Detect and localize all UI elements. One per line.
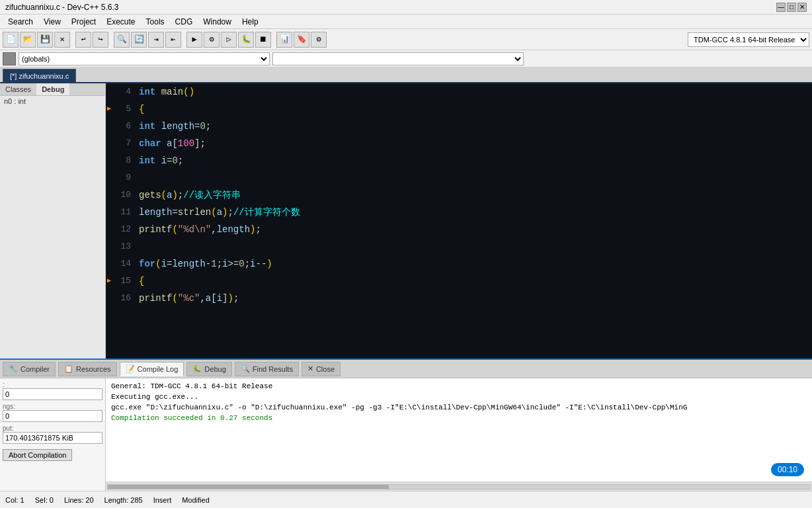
menu-execute[interactable]: Execute xyxy=(101,16,140,28)
errors-label: : xyxy=(3,381,102,388)
bookmark-btn[interactable]: 🔖 xyxy=(294,32,309,48)
stop-btn[interactable]: ⏹ xyxy=(255,32,271,48)
statusbar: Col: 1 Sel: 0 Lines: 20 Length: 285 Inse… xyxy=(0,491,812,508)
titlebar-controls: — □ ✕ xyxy=(776,3,807,12)
debug-tab-icon: 🐛 xyxy=(192,364,202,373)
compile-line-1: General: TDM-GCC 4.8.1 64-bit Release xyxy=(111,381,807,392)
compiler-select[interactable]: TDM-GCC 4.8.1 64-bit Release xyxy=(688,32,809,47)
run-btn[interactable]: ▷ xyxy=(221,32,237,48)
scrollbar[interactable] xyxy=(106,482,812,491)
replace-btn[interactable]: 🔄 xyxy=(131,32,147,48)
nav-back-button[interactable] xyxy=(3,52,16,65)
menu-search[interactable]: Search xyxy=(3,16,38,28)
sidebar-tab-debug[interactable]: Debug xyxy=(36,83,69,95)
abort-button[interactable]: Abort Compilation xyxy=(3,449,72,461)
bottom-tab-debug[interactable]: 🐛 Debug xyxy=(186,362,231,376)
col-status: Col: 1 xyxy=(5,496,24,504)
code-line-8: 8 int i=0; xyxy=(106,152,812,169)
compilelog-tab-label: Compile Log xyxy=(138,365,179,373)
unindent-btn[interactable]: ⇤ xyxy=(165,32,181,48)
open-button[interactable]: 📂 xyxy=(20,32,36,48)
line-code-15: { xyxy=(139,273,812,290)
new-button[interactable]: 📄 xyxy=(3,32,19,48)
titlebar-title: zifuchuannixu.c - Dev-C++ 5.6.3 xyxy=(5,3,776,12)
compiler-tab-icon: 🔧 xyxy=(9,364,18,373)
navigator-bar: (globals) xyxy=(0,50,812,67)
close-file-button[interactable]: ✕ xyxy=(54,32,70,48)
sidebar-tab-classes[interactable]: Classes xyxy=(0,83,36,95)
line-number-12: 12 xyxy=(106,221,139,238)
menu-view[interactable]: View xyxy=(38,16,66,28)
line-code-5: { xyxy=(139,101,812,118)
insert-status: Insert xyxy=(153,496,172,504)
menu-tools[interactable]: Tools xyxy=(141,16,170,28)
line-code-8: int i=0; xyxy=(139,152,812,169)
maximize-button[interactable]: □ xyxy=(787,3,796,12)
errors-field: : xyxy=(3,381,102,400)
code-line-16: 16 printf("%c",a[i]); xyxy=(106,290,812,307)
compile-btn[interactable]: ⚙ xyxy=(204,32,220,48)
main-area: Classes Debug n0 : int 4 int main() 5 { … xyxy=(0,83,812,359)
menu-project[interactable]: Project xyxy=(66,16,101,28)
bottom-panel: 🔧 Compiler 📋 Resources 📝 Compile Log 🐛 D… xyxy=(0,359,812,491)
scrollbar-thumb[interactable] xyxy=(108,485,389,489)
compile-run-btn[interactable]: ▶ xyxy=(186,32,202,48)
line-number-8: 8 xyxy=(106,152,139,169)
warnings-field: ngs: xyxy=(3,403,102,422)
compilelog-tab-icon: 📝 xyxy=(126,364,135,373)
code-editor[interactable]: 4 int main() 5 { 6 int length=0; 7 char … xyxy=(106,83,812,359)
scope-select[interactable]: (globals) xyxy=(19,52,270,65)
line-number-13: 13 xyxy=(106,238,139,255)
menu-cdg[interactable]: CDG xyxy=(170,16,198,28)
compile-output: General: TDM-GCC 4.8.1 64-bit Release Ex… xyxy=(106,378,812,482)
undo-button[interactable]: ↩ xyxy=(75,32,91,48)
warnings-label: ngs: xyxy=(3,403,102,410)
bottom-tab-close[interactable]: ✕ Close xyxy=(302,362,341,376)
line-number-15: 15 xyxy=(106,273,139,290)
line-code-6: int length=0; xyxy=(139,118,812,135)
close-tab-icon: ✕ xyxy=(307,364,313,373)
indent-btn[interactable]: ⇥ xyxy=(148,32,164,48)
symbol-select[interactable] xyxy=(272,52,524,65)
save-button[interactable]: 💾 xyxy=(37,32,53,48)
bottom-tab-compilelog[interactable]: 📝 Compile Log xyxy=(120,362,184,376)
code-line-6: 6 int length=0; xyxy=(106,118,812,135)
line-number-4: 4 xyxy=(106,83,139,101)
warnings-input[interactable] xyxy=(3,410,102,422)
code-line-14: 14 for(i=length-1;i>=0;i--) xyxy=(106,255,812,273)
bottom-tab-compiler[interactable]: 🔧 Compiler xyxy=(3,362,56,376)
close-button[interactable]: ✕ xyxy=(797,3,807,12)
settings-btn[interactable]: ⚙ xyxy=(311,32,327,48)
menu-help[interactable]: Help xyxy=(237,16,264,28)
output-label: put: xyxy=(3,425,102,432)
line-number-14: 14 xyxy=(106,255,139,273)
output-input[interactable] xyxy=(3,432,102,444)
redo-button[interactable]: ↪ xyxy=(93,32,108,48)
minimize-button[interactable]: — xyxy=(776,3,786,12)
search-btn[interactable]: 🔍 xyxy=(114,32,130,48)
compile-line-2: Executing gcc.exe... xyxy=(111,392,807,402)
sidebar-tabs: Classes Debug xyxy=(0,83,105,96)
bottom-tab-resources[interactable]: 📋 Resources xyxy=(58,362,117,376)
sel-status: Sel: 0 xyxy=(35,496,54,504)
code-line-9: 9 xyxy=(106,169,812,187)
resources-tab-icon: 📋 xyxy=(64,364,73,373)
length-status: Length: 285 xyxy=(104,496,143,504)
file-tab[interactable]: [*] zifuchuannixu.c xyxy=(3,69,76,82)
bottom-tab-findresults[interactable]: 🔍 Find Results xyxy=(235,362,299,376)
compile-line-4: Compilation succeeded in 0.27 seconds xyxy=(111,413,807,423)
debug-tab-label: Debug xyxy=(204,365,225,373)
modified-status: Modified xyxy=(182,496,210,504)
findresults-tab-icon: 🔍 xyxy=(241,364,250,373)
compile-line-3: gcc.exe "D:\zifuchuannixu.c" -o "D:\zifu… xyxy=(111,402,807,413)
menu-window[interactable]: Window xyxy=(198,16,237,28)
debug-btn[interactable]: 🐛 xyxy=(238,32,254,48)
scrollbar-track[interactable] xyxy=(107,484,811,489)
line-code-7: char a[100]; xyxy=(139,135,812,152)
toolbar: 📄 📂 💾 ✕ ↩ ↪ 🔍 🔄 ⇥ ⇤ ▶ ⚙ ▷ 🐛 ⏹ 📊 🔖 ⚙ TDM-… xyxy=(0,29,812,50)
profile-btn[interactable]: 📊 xyxy=(276,32,292,48)
errors-input[interactable] xyxy=(3,388,102,400)
line-number-16: 16 xyxy=(106,290,139,307)
titlebar: zifuchuannixu.c - Dev-C++ 5.6.3 — □ ✕ xyxy=(0,0,812,15)
line-number-9: 9 xyxy=(106,169,139,187)
